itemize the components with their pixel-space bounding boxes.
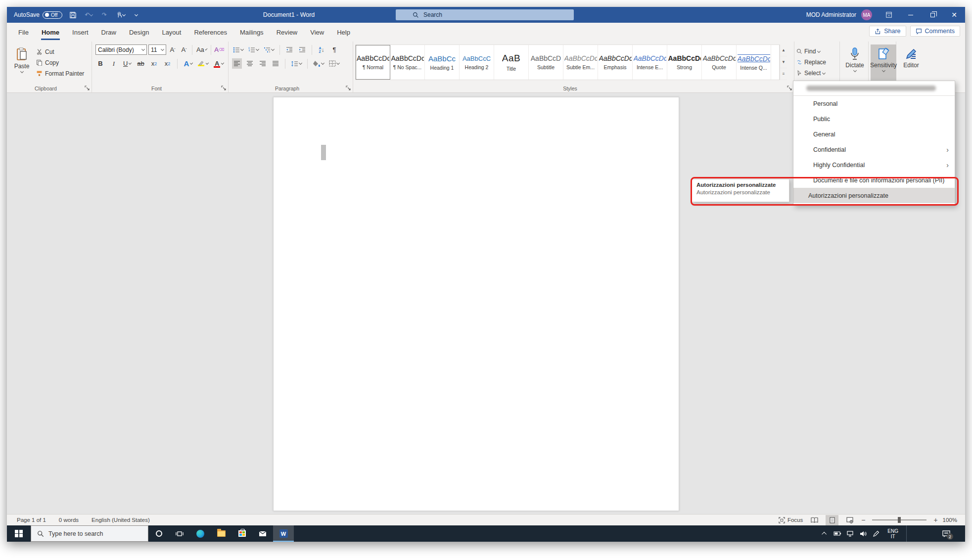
align-right-button[interactable] bbox=[258, 58, 268, 69]
copy-button[interactable]: Copy bbox=[35, 57, 86, 68]
borders-button[interactable] bbox=[328, 58, 340, 69]
align-left-button[interactable] bbox=[232, 58, 242, 69]
word-count[interactable]: 0 words bbox=[59, 517, 79, 523]
font-color-button[interactable]: A bbox=[213, 58, 225, 69]
style-heading-1[interactable]: AaBbCcHeading 1 bbox=[425, 45, 460, 80]
justify-button[interactable] bbox=[271, 58, 280, 69]
font-dialog-launcher-icon[interactable] bbox=[221, 86, 227, 91]
tab-home[interactable]: Home bbox=[35, 24, 66, 41]
share-button[interactable]: Share bbox=[869, 26, 906, 37]
action-center-button[interactable]: 2 bbox=[936, 525, 956, 542]
menu-item-public[interactable]: Public bbox=[793, 111, 955, 127]
web-layout-button[interactable] bbox=[843, 515, 856, 525]
search-box[interactable]: Search bbox=[396, 9, 574, 20]
volume-icon[interactable] bbox=[858, 525, 869, 542]
tab-mailings[interactable]: Mailings bbox=[233, 24, 270, 41]
subscript-button[interactable]: x2 bbox=[149, 58, 159, 69]
tab-design[interactable]: Design bbox=[123, 24, 155, 41]
zoom-out-button[interactable]: − bbox=[861, 516, 865, 524]
select-button[interactable]: Select bbox=[796, 68, 837, 78]
sort-button[interactable]: AZ↓ bbox=[317, 44, 326, 55]
format-painter-button[interactable]: Format Painter bbox=[35, 68, 86, 79]
style-intense-emphasis[interactable]: AaBbCcDcIntense E... bbox=[633, 45, 667, 80]
cut-button[interactable]: Cut bbox=[35, 46, 86, 57]
zoom-level[interactable]: 100% bbox=[943, 517, 957, 523]
decrease-indent-button[interactable] bbox=[284, 44, 294, 55]
find-button[interactable]: Find bbox=[796, 46, 837, 56]
dictate-button[interactable]: Dictate bbox=[842, 44, 868, 85]
line-spacing-button[interactable] bbox=[290, 58, 303, 69]
tab-review[interactable]: Review bbox=[270, 24, 304, 41]
menu-item-highly-confidential[interactable]: Highly Confidential› bbox=[793, 157, 955, 172]
zoom-in-button[interactable]: + bbox=[933, 516, 937, 524]
tab-insert[interactable]: Insert bbox=[66, 24, 95, 41]
italic-button[interactable]: I bbox=[109, 58, 119, 69]
shrink-font-button[interactable]: Aˇ bbox=[179, 44, 189, 55]
autosave-toggle[interactable]: AutoSave Off bbox=[14, 11, 62, 19]
close-button[interactable]: ✕ bbox=[943, 7, 965, 23]
task-view-button[interactable] bbox=[169, 525, 190, 542]
show-hide-pilcrow-button[interactable]: ¶ bbox=[329, 44, 339, 55]
styles-dialog-launcher-icon[interactable] bbox=[787, 86, 792, 91]
start-button[interactable] bbox=[7, 525, 31, 542]
editor-button[interactable]: Editor bbox=[898, 44, 924, 85]
styles-more-icon[interactable]: ≡ bbox=[780, 68, 787, 80]
zoom-slider[interactable] bbox=[872, 519, 926, 520]
sensitivity-button[interactable]: Sensitivity bbox=[871, 44, 896, 85]
align-center-button[interactable] bbox=[245, 58, 255, 69]
zoom-slider-thumb[interactable] bbox=[898, 517, 901, 523]
user-name[interactable]: MOD Administrator bbox=[806, 11, 856, 18]
language-switcher[interactable]: ENG IT bbox=[883, 528, 902, 539]
font-size-combo[interactable]: 11 bbox=[148, 44, 166, 55]
tab-help[interactable]: Help bbox=[330, 24, 357, 41]
tab-view[interactable]: View bbox=[304, 24, 330, 41]
edge-button[interactable] bbox=[190, 525, 211, 542]
clear-formatting-button[interactable]: A⌫ bbox=[214, 44, 225, 55]
style-subtle-emphasis[interactable]: AaBbCcDcSubtle Em... bbox=[563, 45, 598, 80]
word-taskbar-button[interactable]: W bbox=[273, 525, 294, 542]
increase-indent-button[interactable] bbox=[297, 44, 307, 55]
page-indicator[interactable]: Page 1 of 1 bbox=[17, 517, 46, 523]
tab-references[interactable]: References bbox=[187, 24, 233, 41]
bold-button[interactable]: B bbox=[95, 58, 105, 69]
menu-item-custom-permissions[interactable]: Autorizzazioni personalizzate bbox=[793, 188, 955, 203]
ribbon-display-options-icon[interactable] bbox=[878, 7, 900, 23]
focus-mode-button[interactable]: Focus bbox=[779, 517, 803, 523]
numbering-button[interactable] bbox=[247, 44, 260, 55]
style-emphasis[interactable]: AaBbCcDcEmphasis bbox=[598, 45, 633, 80]
save-icon[interactable] bbox=[67, 9, 78, 20]
tab-draw[interactable]: Draw bbox=[95, 24, 123, 41]
comments-button[interactable]: Comments bbox=[910, 26, 960, 37]
style-strong[interactable]: AaBbCcDcStrong bbox=[667, 45, 702, 80]
mail-button[interactable] bbox=[252, 525, 273, 542]
read-mode-button[interactable] bbox=[808, 515, 821, 525]
style-title[interactable]: AaBTitle bbox=[494, 45, 529, 80]
superscript-button[interactable]: x2 bbox=[162, 58, 172, 69]
file-explorer-button[interactable] bbox=[211, 525, 231, 542]
tab-file[interactable]: File bbox=[12, 24, 35, 41]
tray-expand-icon[interactable] bbox=[819, 525, 830, 542]
strikethrough-button[interactable]: ab bbox=[136, 58, 145, 69]
bullets-button[interactable] bbox=[232, 44, 244, 55]
network-icon[interactable] bbox=[845, 525, 856, 542]
store-button[interactable] bbox=[231, 525, 252, 542]
style-no-spacing[interactable]: AaBbCcDc¶ No Spac... bbox=[390, 45, 425, 80]
styles-scroll-up-icon[interactable]: ▲ bbox=[780, 44, 787, 56]
styles-scroll-down-icon[interactable]: ▼ bbox=[780, 56, 787, 68]
replace-button[interactable]: Replace bbox=[796, 57, 837, 67]
battery-icon[interactable] bbox=[832, 525, 843, 542]
cortana-button[interactable] bbox=[148, 525, 169, 542]
grow-font-button[interactable]: Aˆ bbox=[168, 44, 178, 55]
autosave-pill[interactable]: Off bbox=[43, 11, 62, 19]
avatar[interactable]: MA bbox=[861, 9, 872, 20]
paragraph-dialog-launcher-icon[interactable] bbox=[346, 86, 351, 91]
taskbar-search-box[interactable]: Type here to search bbox=[31, 525, 148, 542]
customize-qat-icon[interactable] bbox=[131, 9, 141, 20]
change-case-button[interactable]: Aa bbox=[195, 44, 208, 55]
style-normal[interactable]: AaBbCcDc¶ Normal bbox=[356, 45, 390, 80]
restore-button[interactable] bbox=[922, 7, 943, 23]
document-page[interactable] bbox=[273, 97, 679, 511]
shading-button[interactable] bbox=[312, 58, 325, 69]
touch-mode-icon[interactable] bbox=[115, 9, 126, 20]
language-indicator[interactable]: English (United States) bbox=[92, 517, 150, 523]
